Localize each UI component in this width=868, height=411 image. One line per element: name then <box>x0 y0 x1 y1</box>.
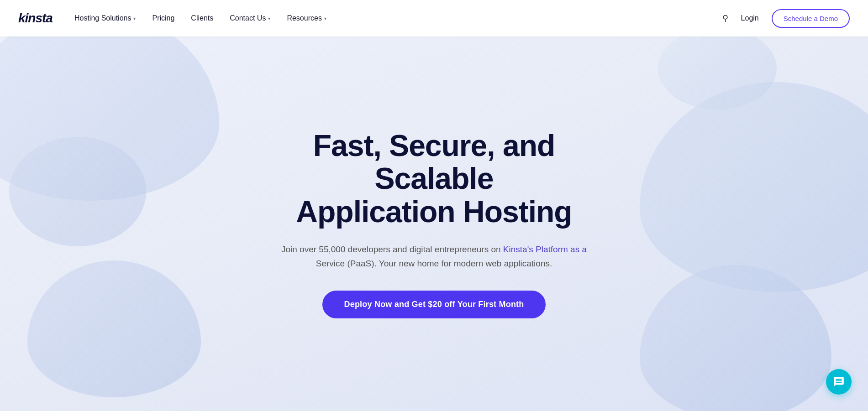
search-icon[interactable]: ⚲ <box>722 13 728 23</box>
nav-label-contact: Contact Us <box>230 14 266 22</box>
nav-label-pricing: Pricing <box>152 14 174 22</box>
deploy-cta-button[interactable]: Deploy Now and Get $20 off Your First Mo… <box>322 291 546 318</box>
nav-item-hosting[interactable]: Hosting Solutions ▾ <box>74 14 136 22</box>
nav-label-clients: Clients <box>191 14 213 22</box>
chevron-down-icon-resources: ▾ <box>324 16 326 21</box>
cloud-top-left-small <box>9 137 146 246</box>
nav-links: Hosting Solutions ▾ Pricing Clients Cont… <box>74 14 722 22</box>
hero-subtitle-part1: Join over 55,000 developers and digital … <box>281 245 503 254</box>
chevron-down-icon: ▾ <box>133 16 136 21</box>
nav-item-clients[interactable]: Clients <box>191 14 213 22</box>
hero-content: Fast, Secure, and Scalable Application H… <box>247 129 621 318</box>
hero-subtitle: Join over 55,000 developers and digital … <box>279 242 589 271</box>
schedule-demo-button[interactable]: Schedule a Demo <box>772 9 850 28</box>
hero-title-line2: Application Hosting <box>296 195 572 229</box>
nav-item-contact[interactable]: Contact Us ▾ <box>230 14 270 22</box>
chat-icon <box>833 376 845 388</box>
cloud-right <box>640 82 868 292</box>
nav-item-resources[interactable]: Resources ▾ <box>287 14 326 22</box>
nav-right: ⚲ Login Schedule a Demo <box>722 9 850 28</box>
hero-subtitle-part2: Service (PaaS). Your new home for modern… <box>316 259 552 268</box>
logo[interactable]: kinsta <box>18 11 53 26</box>
chevron-down-icon-contact: ▾ <box>268 16 270 21</box>
login-link[interactable]: Login <box>741 14 759 22</box>
cloud-bottom-left <box>27 260 201 397</box>
nav-item-pricing[interactable]: Pricing <box>152 14 174 22</box>
chat-bubble-button[interactable] <box>826 369 852 395</box>
hero-title: Fast, Secure, and Scalable Application H… <box>256 129 612 229</box>
navbar: kinsta Hosting Solutions ▾ Pricing Clien… <box>0 0 868 36</box>
hero-section: Fast, Secure, and Scalable Application H… <box>0 36 868 411</box>
hero-subtitle-highlight: Kinsta's Platform as a <box>503 245 587 254</box>
nav-label-resources: Resources <box>287 14 321 22</box>
hero-title-line1: Fast, Secure, and Scalable <box>313 129 555 196</box>
nav-label-hosting: Hosting Solutions <box>74 14 132 22</box>
